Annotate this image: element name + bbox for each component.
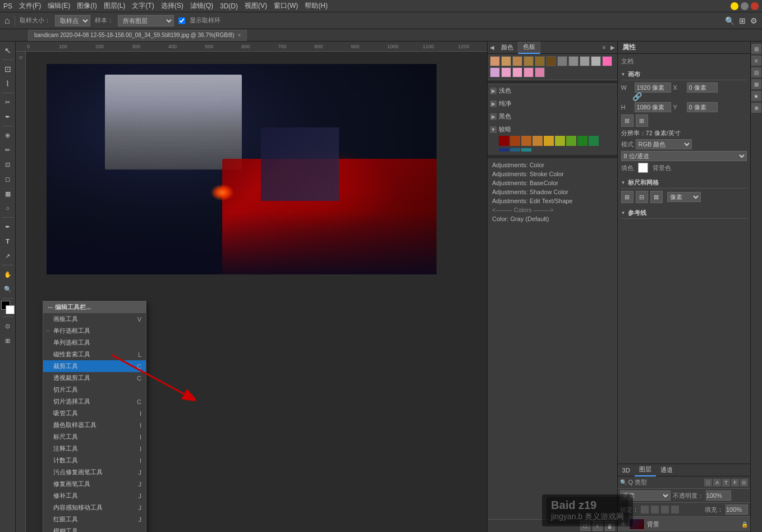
menu-view[interactable]: 视图(V) <box>245 1 267 11</box>
layer-visibility-icon[interactable]: 👁 <box>620 520 627 528</box>
width-input[interactable] <box>635 82 671 93</box>
layer-row-1[interactable]: 👁 背景 🔒 <box>618 517 750 532</box>
adj-base[interactable]: Adjustments: BaseColor <box>488 178 617 187</box>
lock-all-btn[interactable] <box>661 506 669 513</box>
sample-source-select[interactable]: 所有图层 <box>118 15 174 26</box>
swatch-item[interactable] <box>546 56 556 66</box>
swatch-dark-9[interactable] <box>589 136 599 146</box>
ctx-eyedropper[interactable]: 吸管工具 I <box>43 407 146 419</box>
swatch-item[interactable] <box>602 56 612 66</box>
selection-tool[interactable]: ↗ <box>1 249 15 263</box>
guides-section-header[interactable]: ▼ 参考线 <box>621 208 747 219</box>
ctx-slice-select[interactable]: 切片选择工具 C <box>43 396 146 407</box>
swatch-item[interactable] <box>535 56 545 66</box>
delete-swatch-button[interactable]: 🗑 <box>605 521 615 531</box>
ctx-artboard[interactable]: 画板工具 V <box>43 313 146 325</box>
ctx-patch[interactable]: 修补工具 J <box>43 490 146 502</box>
ctx-healing[interactable]: 污点修复画笔工具 J <box>43 466 146 478</box>
grid-section-header[interactable]: ▼ 标尺和网格 <box>621 177 747 189</box>
3d-tab[interactable]: 3D <box>618 464 635 476</box>
quick-mask-tool[interactable]: ⊙ <box>1 319 15 333</box>
settings-icon[interactable]: ⚙ <box>750 16 758 25</box>
swatch-dark-1[interactable] <box>499 136 509 146</box>
brush-tool[interactable]: ✏ <box>1 143 15 157</box>
blur-tool[interactable]: ○ <box>1 201 15 215</box>
file-tab[interactable]: bandicam 2020-04-08 12-55-18-158.00_08_3… <box>28 30 247 41</box>
swatch-item[interactable] <box>524 56 534 66</box>
channels-tab[interactable]: 通道 <box>656 464 677 476</box>
grid-icon-2[interactable]: ⊟ <box>636 191 648 203</box>
filter-btn-2[interactable]: A <box>713 479 721 487</box>
swatch-item[interactable] <box>512 67 522 77</box>
panel-menu-icon[interactable]: ≡ <box>600 44 608 51</box>
fill-input[interactable] <box>726 505 748 515</box>
collapse-left-icon[interactable]: ◀ <box>488 44 497 51</box>
swatch-dark-8[interactable] <box>577 136 587 146</box>
x-input[interactable] <box>687 82 718 93</box>
healing-tool[interactable]: ⊕ <box>1 129 15 142</box>
new-group-button[interactable]: □ <box>580 521 590 531</box>
swatch-item[interactable] <box>591 56 601 66</box>
panel-icon-4[interactable]: ⊠ <box>751 79 761 89</box>
sample-size-select[interactable]: 取样点 <box>55 15 90 26</box>
swatch-item[interactable] <box>580 56 590 66</box>
adj-text[interactable]: Adjustments: Edit Text/Shape <box>488 196 617 205</box>
ctx-healing-brush[interactable]: 修复画笔工具 J <box>43 478 146 490</box>
ctx-crop[interactable]: 裁剪工具 C <box>43 360 146 372</box>
eyedropper-tool[interactable]: ✒ <box>1 110 15 123</box>
swatch-dark-11[interactable] <box>510 148 520 152</box>
swatch-dark-5[interactable] <box>544 136 554 146</box>
add-swatch-button[interactable]: + <box>593 521 603 531</box>
blend-mode-select[interactable]: 正常 <box>620 490 671 501</box>
lasso-tool[interactable]: ⌇ <box>1 77 15 90</box>
ctx-color-sampler[interactable]: 颜色取样器工具 I <box>43 419 146 431</box>
swatch-item[interactable] <box>568 56 579 66</box>
swatch-dark-7[interactable] <box>566 136 576 146</box>
swatch-item[interactable] <box>524 67 534 77</box>
lock-extra-btn[interactable] <box>671 506 679 513</box>
hand-tool[interactable]: ✋ <box>1 268 15 281</box>
grid-icon-3[interactable]: ⊠ <box>650 191 663 203</box>
app-icon[interactable]: PS <box>3 2 12 10</box>
height-input[interactable] <box>635 102 671 112</box>
search-icon[interactable]: 🔍 <box>725 16 735 25</box>
lock-position-btn[interactable] <box>651 506 659 513</box>
menu-text[interactable]: 文字(T) <box>132 1 154 11</box>
menu-file[interactable]: 文件(F) <box>19 1 41 11</box>
background-color[interactable] <box>6 305 15 314</box>
color-group-header-pure[interactable]: ▶ 纯净 <box>490 98 615 109</box>
swatch-dark-2[interactable] <box>510 136 520 146</box>
swatch-dark-6[interactable] <box>555 136 565 146</box>
canvas-icon-2[interactable]: ⊞ <box>636 114 648 127</box>
swatch-dark-3[interactable] <box>521 136 531 146</box>
panel-icon-1[interactable]: ⊞ <box>751 44 761 54</box>
menu-layer[interactable]: 图层(L) <box>104 1 126 11</box>
ctx-single-row[interactable]: ··· 单行选框工具 <box>43 325 146 337</box>
maximize-button[interactable] <box>741 2 749 10</box>
adj-shadow[interactable]: Adjustments: Shadow Color <box>488 187 617 196</box>
menu-image[interactable]: 图像(I) <box>77 1 97 11</box>
adj-stroke[interactable]: Adjustments: Stroke Color <box>488 169 617 178</box>
expand-icon[interactable]: ▶ <box>608 44 617 51</box>
eraser-tool[interactable]: ◻ <box>1 172 15 186</box>
home-icon[interactable]: ⌂ <box>4 16 10 26</box>
zoom-tool[interactable]: 🔍 <box>1 282 15 296</box>
color-group-header-dark[interactable]: ▼ 较暗 <box>490 124 615 135</box>
crop-tool[interactable]: ✂ <box>1 95 15 109</box>
swatch-item[interactable] <box>535 67 545 77</box>
filter-btn-3[interactable]: T <box>722 479 730 487</box>
ctx-count[interactable]: 计数工具 I <box>43 455 146 466</box>
menu-3d[interactable]: 3D(D) <box>220 2 238 10</box>
swatch-dark-4[interactable] <box>533 136 543 146</box>
swatch-item[interactable] <box>490 56 500 66</box>
swatch-item[interactable] <box>512 56 522 66</box>
show-ring-checkbox[interactable] <box>178 17 185 24</box>
swatch-dark-12[interactable] <box>521 148 531 152</box>
swatches-tab[interactable]: 色板 <box>518 42 540 54</box>
minimize-button[interactable] <box>731 2 738 10</box>
color-tab[interactable]: 颜色 <box>497 42 518 54</box>
color-swatch[interactable] <box>1 301 15 314</box>
ruler-unit-select[interactable]: 像素 <box>667 192 701 202</box>
ctx-ruler-tool[interactable]: 标尺工具 I <box>43 431 146 443</box>
swatch-item[interactable] <box>557 56 567 66</box>
